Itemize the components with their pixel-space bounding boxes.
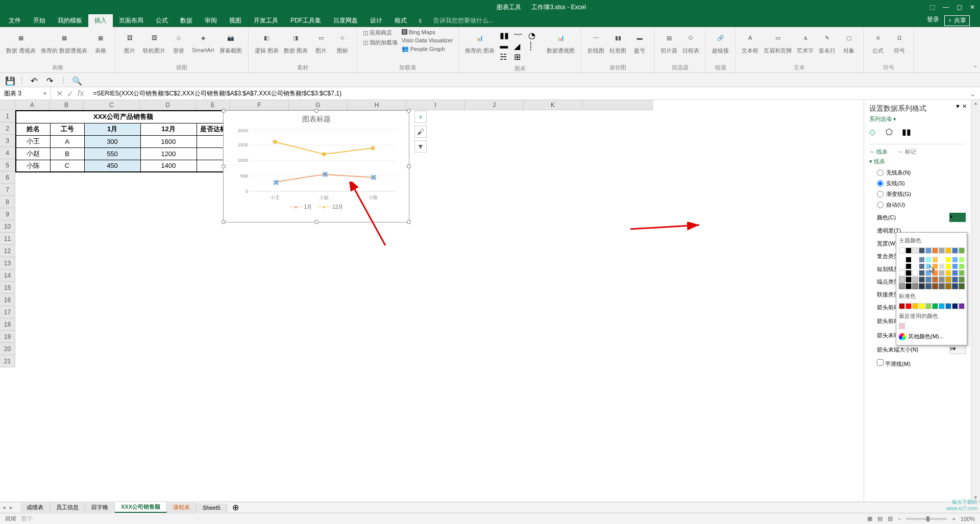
collapse-ribbon-icon[interactable]: ⌃ xyxy=(973,65,977,71)
color-swatch[interactable] xyxy=(905,247,912,254)
chart-column-icon[interactable]: ▮▮ xyxy=(500,31,513,40)
color-swatch[interactable] xyxy=(939,277,945,283)
header-footer-button[interactable]: ▭页眉和页脚 xyxy=(762,29,794,63)
row-header[interactable]: 15 xyxy=(0,282,15,294)
color-swatch[interactable] xyxy=(959,277,965,283)
shapes-button[interactable]: ◇形状 xyxy=(168,29,189,63)
recent-color-swatch[interactable] xyxy=(899,323,905,329)
color-swatch[interactable] xyxy=(939,270,945,276)
sheet-tab[interactable]: 课程表 xyxy=(167,503,197,512)
recommended-pivot-button[interactable]: ▦推荐的 数据透视表 xyxy=(39,29,89,63)
row-header[interactable]: 7 xyxy=(0,184,15,196)
share-button[interactable]: ♀ 共享 xyxy=(944,15,970,26)
color-button[interactable]: ▾ xyxy=(949,213,966,222)
menu-view[interactable]: 视图 xyxy=(223,14,248,27)
color-swatch[interactable] xyxy=(925,277,932,283)
color-swatch[interactable] xyxy=(952,257,958,263)
row-header[interactable]: 13 xyxy=(0,257,15,269)
color-swatch[interactable] xyxy=(925,263,932,269)
color-swatch[interactable] xyxy=(939,257,945,263)
menu-insert[interactable]: 插入 xyxy=(88,14,113,27)
redo-icon[interactable]: ↷ xyxy=(46,76,55,84)
color-swatch[interactable] xyxy=(905,263,912,269)
sparkline-line-button[interactable]: 〰折线图 xyxy=(585,29,606,63)
arrow-end-size-button[interactable]: ≡▾ xyxy=(949,345,966,354)
row-header[interactable]: 18 xyxy=(0,318,15,331)
no-line-radio[interactable]: 无线条(N) xyxy=(877,167,966,178)
color-swatch[interactable] xyxy=(939,283,945,289)
row-header[interactable]: 16 xyxy=(0,294,15,306)
row-header[interactable]: 4 xyxy=(0,147,15,159)
color-swatch[interactable] xyxy=(919,277,925,283)
col-header[interactable]: H xyxy=(348,100,406,110)
row-header[interactable]: 14 xyxy=(0,269,15,282)
color-swatch[interactable] xyxy=(959,283,965,289)
logic-chart-button[interactable]: ◧逻辑 图表 xyxy=(253,29,281,63)
panel-series-options[interactable]: 系列选项 ▾ xyxy=(869,115,966,123)
table-button[interactable]: ▦表格 xyxy=(90,29,111,63)
chart-title[interactable]: 图表标题 xyxy=(224,111,409,126)
col-header[interactable]: J xyxy=(465,100,524,110)
app-store-button[interactable]: ◫ 应用商店 xyxy=(361,29,399,37)
col-header[interactable]: K xyxy=(524,100,582,110)
equation-button[interactable]: π公式 xyxy=(868,29,888,63)
color-swatch[interactable] xyxy=(912,247,918,254)
color-swatch[interactable] xyxy=(899,277,905,283)
effects-tab-icon[interactable]: ⬠ xyxy=(886,127,896,137)
color-swatch[interactable] xyxy=(912,270,918,276)
color-swatch[interactable] xyxy=(925,247,932,254)
chart-pie-icon[interactable]: ◔ xyxy=(528,31,542,40)
color-swatch[interactable] xyxy=(945,270,951,276)
row-header[interactable]: 20 xyxy=(0,343,15,355)
color-swatch[interactable] xyxy=(899,283,905,289)
fx-icon[interactable]: fx xyxy=(78,89,84,98)
wordart-button[interactable]: 𝐀艺术字 xyxy=(795,29,816,63)
more-colors-button[interactable]: 其他颜色(M)... xyxy=(899,331,964,342)
auto-line-radio[interactable]: 自动(U) xyxy=(877,199,966,210)
color-swatch[interactable] xyxy=(899,303,905,309)
color-swatch[interactable] xyxy=(959,270,965,276)
menu-design[interactable]: 设计 xyxy=(364,14,388,27)
people-graph-button[interactable]: 👥 People Graph xyxy=(400,45,454,53)
row-header[interactable]: 11 xyxy=(0,233,15,245)
ribbon-options-icon[interactable]: ⬚ xyxy=(929,4,935,11)
color-swatch[interactable] xyxy=(932,277,938,283)
embedded-chart[interactable]: 图表标题 ⌘ ⌘ ⌘ xyxy=(223,110,409,222)
view-normal-icon[interactable]: ▦ xyxy=(867,515,872,522)
save-icon[interactable]: 💾 xyxy=(5,76,13,84)
pivot-chart-button[interactable]: 📊数据透视图 xyxy=(545,29,577,64)
color-swatch[interactable] xyxy=(919,283,925,289)
bing-maps-button[interactable]: 🅱 Bing Maps xyxy=(400,29,454,36)
color-swatch[interactable] xyxy=(932,303,938,309)
data-chart-button[interactable]: ◨数据 图表 xyxy=(282,29,310,63)
color-swatch[interactable] xyxy=(932,257,938,263)
color-swatch[interactable] xyxy=(945,283,951,289)
color-swatch[interactable] xyxy=(952,263,958,269)
online-pictures-button[interactable]: 🖼联机图片 xyxy=(141,29,167,63)
color-swatch[interactable] xyxy=(912,257,918,263)
color-swatch[interactable] xyxy=(899,263,905,269)
color-swatch[interactable] xyxy=(919,257,925,263)
menu-formulas[interactable]: 公式 xyxy=(150,14,174,27)
smartart-button[interactable]: ◈SmartArt xyxy=(190,29,216,63)
sheet-nav-next-icon[interactable]: ▸ xyxy=(10,504,13,511)
template-button[interactable]: ▭图片 xyxy=(311,29,331,63)
enter-formula-icon[interactable]: ✓ xyxy=(67,89,74,98)
sheet-tab[interactable]: 员工信息 xyxy=(50,503,85,512)
menu-dev[interactable]: 开发工具 xyxy=(248,14,284,27)
maximize-icon[interactable]: ▢ xyxy=(957,4,962,11)
col-header[interactable]: A xyxy=(15,100,50,110)
color-swatch[interactable] xyxy=(959,247,965,254)
textbox-button[interactable]: A文本框 xyxy=(740,29,761,63)
color-swatch[interactable] xyxy=(899,257,905,263)
color-swatch[interactable] xyxy=(899,247,905,254)
color-swatch[interactable] xyxy=(952,247,958,254)
chart-elements-button[interactable]: + xyxy=(414,111,427,123)
color-swatch[interactable] xyxy=(939,303,945,309)
col-header[interactable]: I xyxy=(406,100,465,110)
row-header[interactable]: 5 xyxy=(0,159,15,171)
color-swatch[interactable] xyxy=(919,270,925,276)
my-addins-button[interactable]: ◫ 我的加载项 xyxy=(361,38,399,47)
color-swatch[interactable] xyxy=(925,303,932,309)
row-header[interactable]: 3 xyxy=(0,135,15,147)
